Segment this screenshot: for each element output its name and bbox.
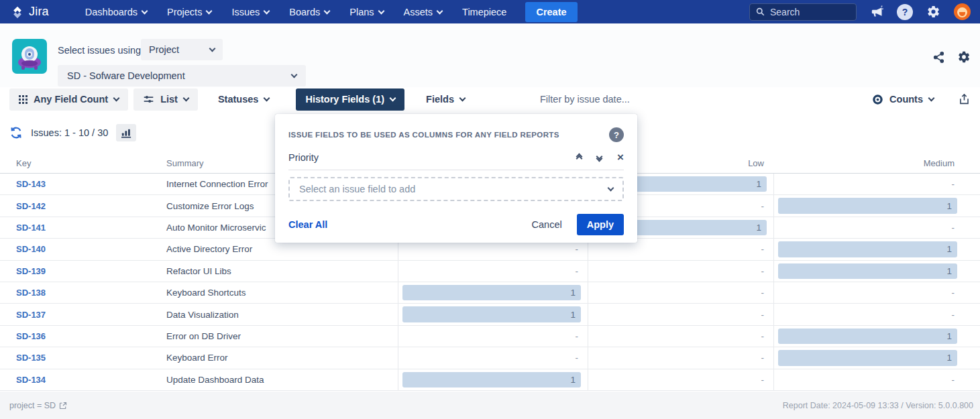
- issue-key-link[interactable]: SD-134: [16, 375, 46, 385]
- statuses-dropdown[interactable]: Statuses: [209, 88, 278, 111]
- value-cell: 1: [773, 261, 964, 282]
- nav-item-issues[interactable]: Issues: [231, 7, 269, 17]
- value-cell: 1: [773, 347, 964, 368]
- megaphone-icon[interactable]: [870, 5, 883, 19]
- nav-item-assets[interactable]: Assets: [404, 7, 443, 17]
- value-cell: 1: [398, 304, 588, 324]
- clear-all-link[interactable]: Clear All: [288, 219, 327, 230]
- footer-query: project = SD: [9, 401, 67, 410]
- nav-item-dashboards[interactable]: Dashboards: [85, 7, 147, 17]
- issue-key-link[interactable]: SD-143: [16, 179, 46, 189]
- project-dropdown[interactable]: SD - Sofware Development: [58, 65, 306, 86]
- key-cell: SD-134: [0, 369, 166, 390]
- chevron-down-icon: [390, 95, 396, 102]
- move-up-icon[interactable]: [577, 154, 582, 161]
- select-issues-label: Select issues using: [58, 45, 141, 56]
- issue-key-link[interactable]: SD-136: [16, 331, 46, 341]
- add-field-select[interactable]: Select an issue field to add: [288, 177, 624, 201]
- value-cell: -: [588, 261, 773, 282]
- value-cell: -: [588, 369, 773, 390]
- popup-title: ISSUE FIELDS TO BE USED AS COLUMNS FOR A…: [288, 127, 559, 139]
- report-header: Select issues using Project SD - Sofware…: [0, 23, 980, 87]
- issue-date-filter-input[interactable]: Filter by issue date...: [540, 94, 630, 105]
- search-input[interactable]: Search: [749, 3, 857, 21]
- navbar-right: Search ?: [749, 3, 980, 21]
- key-cell: SD-140: [0, 239, 166, 259]
- key-cell: SD-139: [0, 261, 166, 282]
- any-field-count-dropdown[interactable]: Any Field Count: [9, 88, 128, 111]
- export-icon[interactable]: [958, 93, 971, 106]
- empty-value: -: [576, 353, 579, 363]
- create-button[interactable]: Create: [525, 2, 577, 22]
- value-cell: -: [588, 282, 773, 303]
- jira-logo[interactable]: Jira: [0, 5, 58, 19]
- issue-key-link[interactable]: SD-141: [16, 223, 46, 233]
- jira-logo-text: Jira: [29, 5, 49, 19]
- empty-value: -: [952, 288, 955, 298]
- chevron-down-icon: [113, 95, 120, 102]
- issue-source-dropdown[interactable]: Project: [141, 39, 223, 60]
- count-value: 1: [570, 288, 576, 298]
- search-placeholder: Search: [770, 7, 800, 17]
- count-value: 1: [570, 375, 576, 385]
- chevron-down-icon: [209, 46, 216, 52]
- settings-gear-icon[interactable]: [957, 50, 971, 64]
- key-cell: SD-135: [0, 347, 166, 368]
- issue-key-link[interactable]: SD-142: [16, 201, 46, 211]
- table-row: SD-135Keyboard Error--1: [0, 347, 980, 369]
- popup-help-icon[interactable]: ?: [609, 127, 624, 142]
- table-row: SD-136Error on DB Driver--1: [0, 326, 980, 347]
- summary-cell: Refactor UI Libs: [166, 261, 398, 282]
- external-link-icon[interactable]: [59, 402, 67, 410]
- counts-dropdown[interactable]: Counts: [863, 88, 943, 111]
- empty-value: -: [761, 331, 765, 341]
- key-cell: SD-141: [0, 217, 166, 238]
- nav-item-projects[interactable]: Projects: [167, 7, 211, 17]
- chart-view-button[interactable]: [116, 124, 136, 141]
- chevron-down-icon: [324, 7, 331, 14]
- nav-item-plans[interactable]: Plans: [349, 7, 383, 17]
- nav-item-boards[interactable]: Boards: [289, 7, 329, 17]
- count-bar: 1: [778, 198, 957, 213]
- issue-key-link[interactable]: SD-137: [16, 310, 46, 320]
- summary-cell: Keyboard Error: [166, 347, 398, 368]
- empty-value: -: [761, 266, 765, 276]
- apply-button[interactable]: Apply: [577, 214, 624, 235]
- issue-key-link[interactable]: SD-138: [16, 288, 46, 298]
- share-icon[interactable]: [932, 50, 945, 64]
- application-window: Jira DashboardsProjectsIssuesBoardsPlans…: [0, 0, 980, 419]
- nav-menus: DashboardsProjectsIssuesBoardsPlansAsset…: [85, 7, 507, 17]
- chevron-down-icon: [928, 95, 935, 102]
- summary-cell: Data Visualization: [166, 304, 398, 324]
- gear-icon[interactable]: [926, 5, 940, 19]
- value-cell: -: [773, 304, 964, 324]
- empty-value: -: [952, 310, 955, 320]
- user-avatar[interactable]: [954, 3, 971, 20]
- help-icon[interactable]: ?: [897, 4, 913, 20]
- refresh-icon[interactable]: [9, 126, 23, 139]
- value-cell: -: [588, 304, 773, 324]
- value-cell: -: [773, 369, 964, 390]
- issue-key-link[interactable]: SD-139: [16, 266, 46, 276]
- history-fields-dropdown[interactable]: History Fields (1): [296, 88, 404, 111]
- chevron-down-icon: [142, 7, 148, 14]
- count-value: 1: [570, 310, 576, 320]
- fields-dropdown[interactable]: Fields: [417, 88, 474, 111]
- add-field-placeholder: Select an issue field to add: [299, 184, 415, 194]
- table-row: SD-137Data Visualization1--: [0, 304, 980, 325]
- cancel-button[interactable]: Cancel: [532, 219, 562, 230]
- chevron-down-icon: [459, 95, 466, 102]
- issue-key-link[interactable]: SD-140: [16, 244, 46, 254]
- chevron-down-icon: [183, 95, 190, 102]
- value-cell: 1: [773, 239, 964, 259]
- count-bar: 1: [778, 263, 957, 279]
- list-view-dropdown[interactable]: List: [133, 88, 198, 111]
- remove-field-icon[interactable]: ×: [617, 152, 624, 163]
- move-down-icon[interactable]: [597, 154, 602, 161]
- issue-key-link[interactable]: SD-135: [16, 353, 46, 363]
- nav-item-timepiece[interactable]: Timepiece: [462, 7, 506, 17]
- chevron-down-icon: [437, 7, 443, 14]
- top-navbar: Jira DashboardsProjectsIssuesBoardsPlans…: [0, 0, 980, 23]
- count-bar: 1: [778, 350, 957, 365]
- value-cell: -: [773, 217, 964, 238]
